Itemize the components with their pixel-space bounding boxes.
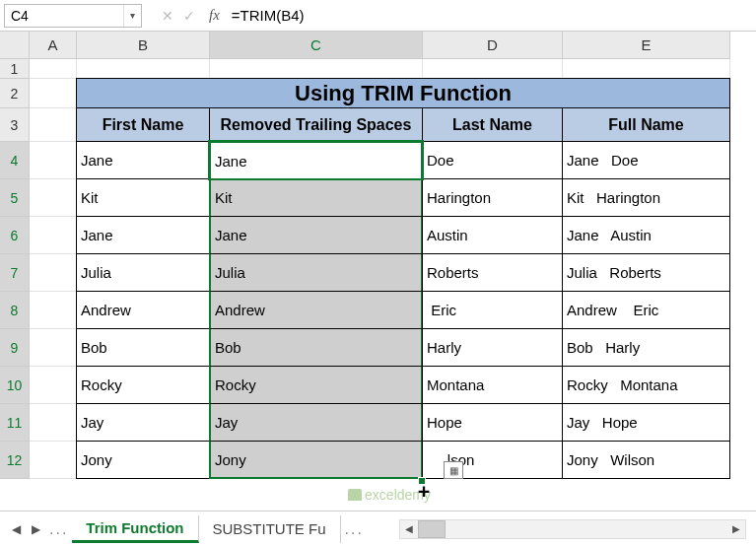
cell-last-5[interactable]: Harington (422, 178, 563, 217)
cell-B1[interactable] (77, 59, 210, 79)
sheet-tab-trim-function[interactable]: Trim Function (72, 515, 198, 543)
cell-full-10[interactable]: Rocky Montana (562, 366, 730, 404)
cell-full-4[interactable]: Jane Doe (562, 141, 730, 179)
row-header-4[interactable]: 4 (0, 142, 30, 179)
cell-full-11[interactable]: Jay Hope (562, 403, 730, 442)
cell-full-8[interactable]: Andrew Eric (562, 291, 730, 329)
cell-A3[interactable] (30, 108, 77, 142)
scroll-left-icon[interactable]: ◀ (400, 520, 418, 538)
formula-bar: C4 ▾ ✕ ✓ fx =TRIM(B4) (0, 0, 756, 32)
col-header-B[interactable]: B (77, 32, 210, 59)
fx-icon[interactable]: fx (209, 7, 220, 24)
cell-A2[interactable] (30, 79, 77, 108)
formula-input[interactable]: =TRIM(B4) (228, 7, 752, 24)
header-removed[interactable]: Removed Trailing Spaces (209, 107, 423, 142)
cell-full-5[interactable]: Kit Harington (562, 178, 730, 217)
row-header-3[interactable]: 3 (0, 108, 30, 142)
sheet-tab-substitute[interactable]: SUBSTITUTE Fu (199, 515, 341, 543)
cell-A5[interactable] (30, 179, 77, 217)
row-header-6[interactable]: 6 (0, 217, 30, 254)
row-header-11[interactable]: 11 (0, 404, 30, 442)
name-box-dropdown-icon[interactable]: ▾ (123, 5, 141, 27)
cell-A12[interactable] (30, 442, 77, 479)
cell-last-6[interactable]: Austin (422, 216, 563, 254)
cell-first-9[interactable]: Bob (76, 328, 210, 367)
header-full-name[interactable]: Full Name (562, 107, 730, 142)
scroll-thumb[interactable] (418, 520, 446, 538)
row-header-10[interactable]: 10 (0, 367, 30, 404)
col-header-E[interactable]: E (563, 32, 730, 59)
header-first-name[interactable]: First Name (76, 107, 210, 142)
tab-nav-more-icon[interactable]: ... (49, 520, 68, 538)
tab-nav-left-icon[interactable]: ◀ (6, 519, 26, 539)
cell-A11[interactable] (30, 404, 77, 442)
row-header-8[interactable]: 8 (0, 292, 30, 329)
scroll-track[interactable] (418, 520, 727, 538)
row-header-12[interactable]: 12 (0, 442, 30, 479)
autofill-options-icon[interactable]: ▦ (444, 461, 463, 479)
cell-full-12[interactable]: Jony Wilson (562, 441, 730, 479)
cell-first-4[interactable]: Jane (76, 141, 210, 179)
row-header-1[interactable]: 1 (0, 59, 30, 79)
fill-cursor-icon: + (418, 481, 430, 501)
worksheet-grid[interactable]: A B C D E 1 2 Using TRIM Function 3 Firs… (0, 32, 756, 479)
col-header-C[interactable]: C (210, 32, 423, 59)
row-header-2[interactable]: 2 (0, 79, 30, 108)
header-last-name[interactable]: Last Name (422, 107, 563, 142)
tab-nav-right-icon[interactable]: ▶ (26, 519, 45, 539)
cell-first-6[interactable]: Jane (76, 216, 210, 254)
name-box-wrap: C4 ▾ (4, 4, 142, 28)
cell-D1[interactable] (423, 59, 563, 79)
confirm-icon[interactable]: ✓ (181, 8, 197, 24)
formula-controls: ✕ ✓ (152, 8, 205, 24)
cell-last-11[interactable]: Hope (422, 403, 563, 442)
horizontal-scrollbar[interactable]: ◀ ▶ (399, 519, 746, 539)
row-header-7[interactable]: 7 (0, 254, 30, 292)
cell-A1[interactable] (30, 59, 77, 79)
cell-A9[interactable] (30, 329, 77, 367)
cell-first-11[interactable]: Jay (76, 403, 210, 442)
cell-full-7[interactable]: Julia Roberts (562, 253, 730, 292)
cell-trim-4[interactable]: Jane (209, 141, 423, 179)
col-header-A[interactable]: A (30, 32, 77, 59)
row-header-9[interactable]: 9 (0, 329, 30, 367)
cell-trim-10[interactable]: Rocky (209, 366, 423, 404)
cell-first-8[interactable]: Andrew (76, 291, 210, 329)
table-title[interactable]: Using TRIM Function (76, 78, 730, 108)
cell-last-10[interactable]: Montana (422, 366, 563, 404)
cell-last-4[interactable]: Doe (422, 141, 563, 179)
cancel-icon[interactable]: ✕ (160, 8, 175, 24)
cell-last-9[interactable]: Harly (422, 328, 563, 367)
cell-first-12[interactable]: Jony (76, 441, 210, 479)
tab-overflow-icon[interactable]: ... (345, 520, 364, 538)
cell-last-8[interactable]: Eric (422, 291, 563, 329)
watermark-icon (348, 489, 362, 501)
cell-trim-5[interactable]: Kit (209, 178, 423, 217)
cell-trim-6[interactable]: Jane (209, 216, 423, 254)
cell-A6[interactable] (30, 217, 77, 254)
cell-A10[interactable] (30, 367, 77, 404)
cell-first-10[interactable]: Rocky (76, 366, 210, 404)
cell-trim-7[interactable]: Julia (209, 253, 423, 292)
cell-last-7[interactable]: Roberts (422, 253, 563, 292)
cell-trim-12[interactable]: Jony (209, 441, 423, 479)
cell-A7[interactable] (30, 254, 77, 292)
scroll-right-icon[interactable]: ▶ (727, 520, 745, 538)
row-header-5[interactable]: 5 (0, 179, 30, 217)
cell-first-7[interactable]: Julia (76, 253, 210, 292)
cell-trim-9[interactable]: Bob (209, 328, 423, 367)
cell-E1[interactable] (563, 59, 730, 79)
sheet-tabs-bar: ◀ ▶ ... Trim Function SUBSTITUTE Fu ... … (0, 511, 756, 546)
cell-first-5[interactable]: Kit (76, 178, 210, 217)
select-all-corner[interactable] (0, 32, 30, 59)
cell-full-6[interactable]: Jane Austin (562, 216, 730, 254)
col-header-D[interactable]: D (423, 32, 563, 59)
cell-trim-8[interactable]: Andrew (209, 291, 423, 329)
cell-C1[interactable] (210, 59, 423, 79)
name-box[interactable]: C4 (5, 8, 123, 24)
cell-trim-11[interactable]: Jay (209, 403, 423, 442)
cell-A8[interactable] (30, 292, 77, 329)
cell-full-9[interactable]: Bob Harly (562, 328, 730, 367)
cell-A4[interactable] (30, 142, 77, 179)
